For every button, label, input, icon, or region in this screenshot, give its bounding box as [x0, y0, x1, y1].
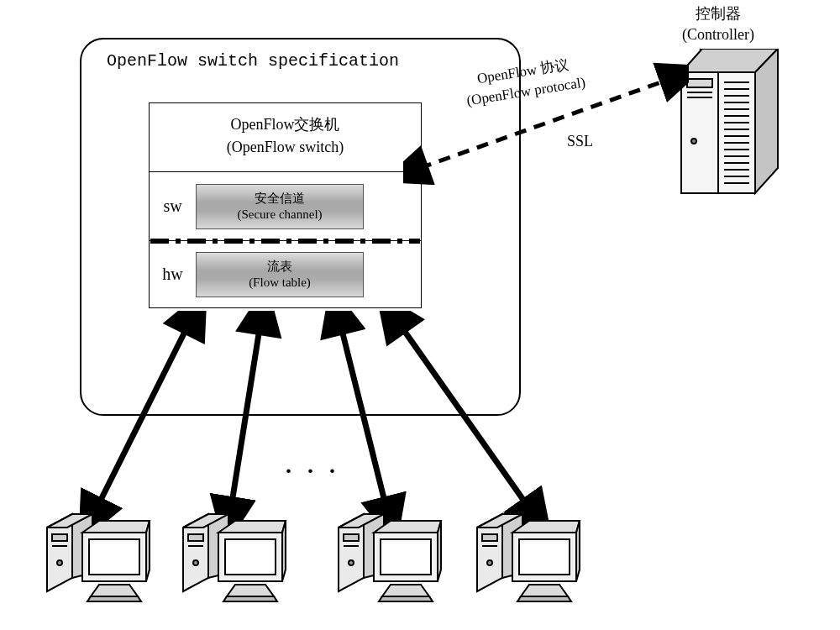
svg-point-51 — [193, 560, 198, 565]
svg-point-63 — [349, 560, 354, 565]
svg-marker-3 — [755, 49, 778, 193]
svg-rect-73 — [482, 534, 497, 541]
spec-title: OpenFlow switch specification — [107, 51, 399, 71]
svg-rect-5 — [687, 79, 712, 87]
sw-hw-dash-divider — [150, 239, 420, 244]
svg-line-33 — [399, 323, 529, 508]
secure-cn: 安全信道 — [255, 191, 305, 207]
svg-marker-42 — [146, 521, 150, 581]
hw-row: hw 流表 (Flow table) — [150, 240, 421, 308]
svg-rect-55 — [225, 539, 276, 575]
flow-table-box: 流表 (Flow table) — [196, 252, 364, 297]
svg-point-8 — [691, 139, 696, 144]
openflow-switch-box: OpenFlow交换机 (OpenFlow switch) sw 安全信道 (S… — [149, 102, 422, 308]
svg-marker-54 — [282, 521, 286, 581]
svg-marker-80 — [521, 585, 568, 596]
svg-marker-45 — [87, 596, 141, 601]
svg-rect-37 — [52, 534, 67, 541]
svg-marker-81 — [517, 596, 571, 601]
svg-line-30 — [97, 323, 189, 508]
client-pc-2 — [176, 512, 290, 605]
client-pc-1 — [40, 512, 154, 605]
controller-server-icon — [679, 49, 780, 196]
controller-en: (Controller) — [682, 26, 754, 43]
svg-marker-78 — [576, 521, 580, 581]
sw-row: sw 安全信道 (Secure channel) — [150, 172, 421, 240]
secure-en: (Secure channel) — [237, 207, 322, 223]
switch-title-en: (OpenFlow switch) — [227, 139, 344, 155]
svg-line-32 — [340, 323, 386, 508]
svg-rect-67 — [381, 539, 431, 575]
svg-marker-66 — [438, 521, 441, 581]
svg-marker-69 — [379, 596, 433, 601]
svg-point-39 — [57, 560, 62, 565]
ssl-label: SSL — [567, 133, 593, 150]
flow-en: (Flow table) — [249, 275, 311, 291]
switch-title-cn: OpenFlow交换机 — [231, 116, 340, 133]
hw-label: hw — [150, 265, 196, 284]
sw-label: sw — [150, 197, 196, 216]
svg-rect-43 — [89, 539, 139, 575]
svg-line-31 — [231, 323, 260, 508]
client-pc-4 — [470, 512, 584, 605]
svg-marker-68 — [382, 585, 429, 596]
flow-cn: 流表 — [267, 259, 292, 275]
client-pc-3 — [332, 512, 445, 605]
controller-cn: 控制器 — [696, 5, 741, 22]
switch-header: OpenFlow交换机 (OpenFlow switch) — [150, 103, 421, 172]
secure-channel-box: 安全信道 (Secure channel) — [196, 184, 364, 229]
svg-marker-44 — [91, 585, 138, 596]
svg-point-75 — [487, 560, 492, 565]
svg-marker-56 — [227, 585, 274, 596]
svg-marker-57 — [223, 596, 277, 601]
svg-rect-49 — [188, 534, 203, 541]
svg-rect-61 — [344, 534, 359, 541]
ellipsis: · · · — [286, 458, 340, 485]
controller-label: 控制器 (Controller) — [682, 3, 754, 45]
svg-rect-79 — [519, 539, 570, 575]
client-arrows — [80, 311, 584, 529]
